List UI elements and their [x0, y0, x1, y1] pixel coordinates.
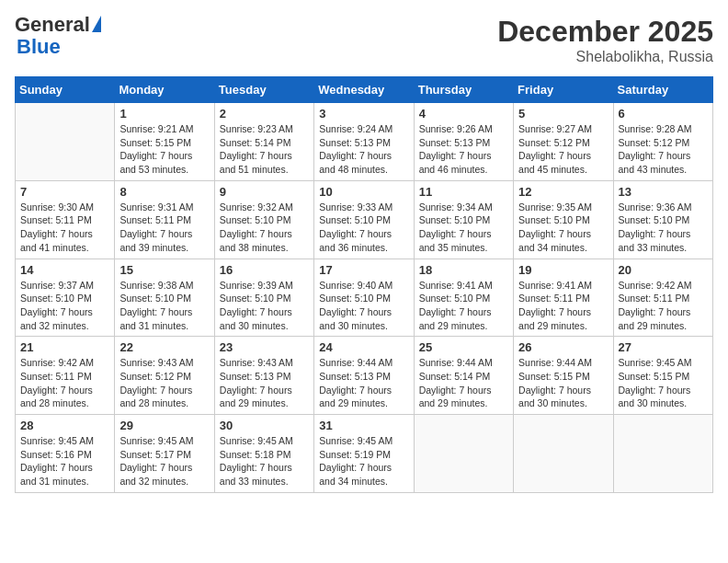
day-number: 1 [119, 107, 209, 121]
calendar-cell: 6Sunrise: 9:28 AMSunset: 5:12 PMDaylight… [613, 103, 712, 181]
calendar-cell: 4Sunrise: 9:26 AMSunset: 5:13 PMDaylight… [414, 103, 513, 181]
day-info: Sunrise: 9:41 AMSunset: 5:10 PMDaylight:… [419, 279, 508, 333]
day-number: 19 [518, 263, 608, 277]
calendar-week-4: 21Sunrise: 9:42 AMSunset: 5:11 PMDayligh… [16, 337, 713, 415]
title-section: December 2025 Shelabolikha, Russia [497, 15, 713, 65]
calendar-cell: 30Sunrise: 9:45 AMSunset: 5:18 PMDayligh… [214, 415, 313, 493]
day-number: 6 [619, 107, 708, 121]
day-number: 29 [119, 419, 209, 432]
day-info: Sunrise: 9:41 AMSunset: 5:11 PMDaylight:… [518, 279, 608, 333]
day-number: 22 [119, 340, 209, 354]
col-header-tuesday: Tuesday [214, 77, 313, 103]
calendar-table: SundayMondayTuesdayWednesdayThursdayFrid… [15, 76, 713, 493]
day-info: Sunrise: 9:42 AMSunset: 5:11 PMDaylight:… [619, 279, 708, 333]
calendar-cell: 23Sunrise: 9:43 AMSunset: 5:13 PMDayligh… [214, 337, 313, 415]
calendar-cell: 21Sunrise: 9:42 AMSunset: 5:11 PMDayligh… [16, 337, 115, 415]
calendar-cell: 25Sunrise: 9:44 AMSunset: 5:14 PMDayligh… [414, 337, 513, 415]
calendar-cell: 28Sunrise: 9:45 AMSunset: 5:16 PMDayligh… [16, 415, 115, 493]
day-info: Sunrise: 9:39 AMSunset: 5:10 PMDaylight:… [220, 279, 309, 333]
calendar-cell: 1Sunrise: 9:21 AMSunset: 5:15 PMDaylight… [115, 103, 214, 181]
calendar-cell: 22Sunrise: 9:43 AMSunset: 5:12 PMDayligh… [115, 337, 214, 415]
day-info: Sunrise: 9:45 AMSunset: 5:18 PMDaylight:… [220, 434, 309, 488]
logo-blue: Blue [17, 35, 61, 59]
day-info: Sunrise: 9:32 AMSunset: 5:10 PMDaylight:… [220, 201, 309, 255]
day-info: Sunrise: 9:36 AMSunset: 5:10 PMDaylight:… [619, 201, 708, 255]
day-number: 28 [20, 419, 109, 432]
calendar-cell: 18Sunrise: 9:41 AMSunset: 5:10 PMDayligh… [414, 259, 513, 337]
day-number: 14 [20, 263, 109, 277]
calendar-cell: 20Sunrise: 9:42 AMSunset: 5:11 PMDayligh… [613, 259, 712, 337]
day-number: 9 [220, 185, 309, 199]
calendar-cell: 16Sunrise: 9:39 AMSunset: 5:10 PMDayligh… [214, 259, 313, 337]
calendar-cell: 12Sunrise: 9:35 AMSunset: 5:10 PMDayligh… [514, 180, 613, 259]
day-info: Sunrise: 9:35 AMSunset: 5:10 PMDaylight:… [518, 201, 608, 255]
col-header-wednesday: Wednesday [314, 77, 414, 103]
day-number: 26 [518, 340, 608, 354]
calendar-cell: 9Sunrise: 9:32 AMSunset: 5:10 PMDaylight… [214, 180, 313, 259]
calendar-cell [414, 415, 513, 493]
day-info: Sunrise: 9:34 AMSunset: 5:10 PMDaylight:… [419, 201, 508, 255]
calendar-cell: 11Sunrise: 9:34 AMSunset: 5:10 PMDayligh… [414, 180, 513, 259]
day-info: Sunrise: 9:30 AMSunset: 5:11 PMDaylight:… [20, 201, 109, 255]
col-header-saturday: Saturday [613, 77, 712, 103]
location-subtitle: Shelabolikha, Russia [497, 49, 713, 65]
day-info: Sunrise: 9:33 AMSunset: 5:10 PMDaylight:… [319, 201, 408, 255]
day-info: Sunrise: 9:28 AMSunset: 5:12 PMDaylight:… [619, 122, 708, 177]
day-number: 8 [119, 185, 209, 199]
day-info: Sunrise: 9:27 AMSunset: 5:12 PMDaylight:… [518, 122, 608, 177]
calendar-cell: 2Sunrise: 9:23 AMSunset: 5:14 PMDaylight… [214, 103, 313, 181]
day-number: 13 [619, 185, 708, 199]
day-number: 10 [319, 185, 408, 199]
day-info: Sunrise: 9:42 AMSunset: 5:11 PMDaylight:… [20, 356, 109, 410]
day-info: Sunrise: 9:43 AMSunset: 5:12 PMDaylight:… [119, 356, 209, 410]
day-info: Sunrise: 9:43 AMSunset: 5:13 PMDaylight:… [220, 356, 309, 410]
day-number: 5 [518, 107, 608, 121]
day-number: 30 [220, 419, 309, 432]
calendar-week-2: 7Sunrise: 9:30 AMSunset: 5:11 PMDaylight… [16, 180, 713, 259]
calendar-cell: 7Sunrise: 9:30 AMSunset: 5:11 PMDaylight… [16, 180, 115, 259]
day-number: 21 [20, 340, 109, 354]
day-number: 25 [419, 340, 508, 354]
calendar-cell: 8Sunrise: 9:31 AMSunset: 5:11 PMDaylight… [115, 180, 214, 259]
calendar-cell [16, 103, 115, 181]
day-info: Sunrise: 9:45 AMSunset: 5:16 PMDaylight:… [20, 434, 109, 488]
day-number: 27 [619, 340, 708, 354]
logo-general: General [15, 15, 90, 35]
calendar-cell: 31Sunrise: 9:45 AMSunset: 5:19 PMDayligh… [314, 415, 414, 493]
day-number: 31 [319, 419, 408, 432]
calendar-week-1: 1Sunrise: 9:21 AMSunset: 5:15 PMDaylight… [16, 103, 713, 181]
calendar-cell [514, 415, 613, 493]
day-number: 2 [220, 107, 309, 121]
calendar-week-5: 28Sunrise: 9:45 AMSunset: 5:16 PMDayligh… [16, 415, 713, 493]
calendar-cell: 3Sunrise: 9:24 AMSunset: 5:13 PMDaylight… [314, 103, 414, 181]
calendar-cell: 15Sunrise: 9:38 AMSunset: 5:10 PMDayligh… [115, 259, 214, 337]
calendar-week-3: 14Sunrise: 9:37 AMSunset: 5:10 PMDayligh… [16, 259, 713, 337]
calendar-cell: 5Sunrise: 9:27 AMSunset: 5:12 PMDaylight… [514, 103, 613, 181]
day-info: Sunrise: 9:31 AMSunset: 5:11 PMDaylight:… [119, 201, 209, 255]
logo: General Blue [15, 15, 101, 59]
calendar-cell: 24Sunrise: 9:44 AMSunset: 5:13 PMDayligh… [314, 337, 414, 415]
day-info: Sunrise: 9:45 AMSunset: 5:19 PMDaylight:… [319, 434, 408, 488]
day-info: Sunrise: 9:40 AMSunset: 5:10 PMDaylight:… [319, 279, 408, 333]
day-info: Sunrise: 9:26 AMSunset: 5:13 PMDaylight:… [419, 122, 508, 177]
day-number: 20 [619, 263, 708, 277]
day-number: 17 [319, 263, 408, 277]
calendar-cell: 14Sunrise: 9:37 AMSunset: 5:10 PMDayligh… [16, 259, 115, 337]
day-number: 12 [518, 185, 608, 199]
logo-text: General [15, 15, 101, 35]
col-header-sunday: Sunday [16, 77, 115, 103]
day-number: 7 [20, 185, 109, 199]
day-number: 15 [119, 263, 209, 277]
day-info: Sunrise: 9:44 AMSunset: 5:13 PMDaylight:… [319, 356, 408, 410]
calendar-cell: 17Sunrise: 9:40 AMSunset: 5:10 PMDayligh… [314, 259, 414, 337]
day-info: Sunrise: 9:21 AMSunset: 5:15 PMDaylight:… [119, 122, 209, 177]
calendar-cell: 29Sunrise: 9:45 AMSunset: 5:17 PMDayligh… [115, 415, 214, 493]
day-number: 24 [319, 340, 408, 354]
calendar-cell: 27Sunrise: 9:45 AMSunset: 5:15 PMDayligh… [613, 337, 712, 415]
col-header-thursday: Thursday [414, 77, 513, 103]
day-number: 4 [419, 107, 508, 121]
day-number: 3 [319, 107, 408, 121]
day-number: 16 [220, 263, 309, 277]
day-info: Sunrise: 9:45 AMSunset: 5:17 PMDaylight:… [119, 434, 209, 488]
calendar-cell: 19Sunrise: 9:41 AMSunset: 5:11 PMDayligh… [514, 259, 613, 337]
